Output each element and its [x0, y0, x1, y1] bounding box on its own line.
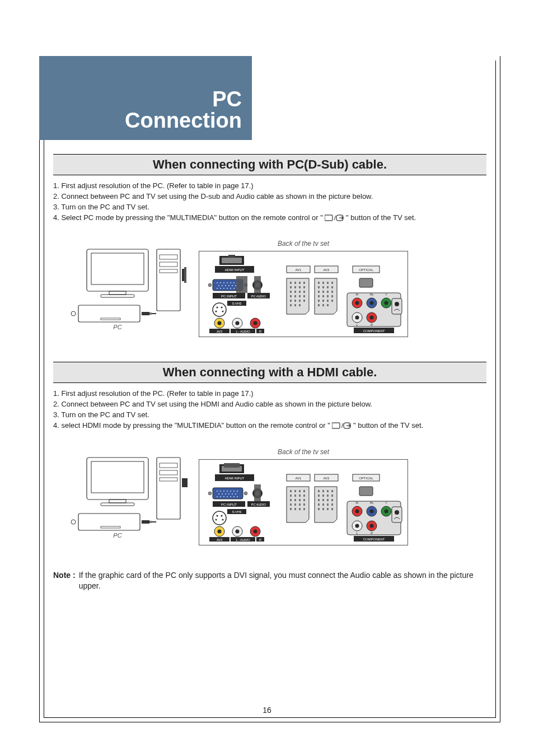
svg-text:L - AUDIO: L - AUDIO [236, 538, 251, 542]
svg-rect-171 [224, 463, 240, 468]
svg-point-68 [222, 311, 224, 312]
svg-rect-269 [331, 508, 333, 510]
svg-rect-16 [101, 318, 120, 320]
svg-rect-267 [322, 508, 324, 510]
svg-rect-99 [290, 300, 292, 302]
svg-rect-96 [294, 295, 296, 297]
tv-back-panel-1: Back of the tv set HDMI INPUT AV1 [199, 240, 408, 337]
svg-text:L: L [357, 531, 358, 535]
pc-drawing-1: PC [70, 246, 188, 330]
svg-rect-249 [303, 508, 305, 510]
svg-rect-256 [327, 494, 329, 497]
svg-rect-245 [303, 503, 305, 506]
svg-point-48 [220, 288, 221, 289]
svg-rect-164 [101, 526, 120, 528]
svg-rect-124 [327, 300, 329, 302]
svg-point-50 [227, 288, 228, 289]
svg-rect-127 [322, 304, 324, 306]
svg-point-51 [230, 288, 231, 289]
svg-point-133 [370, 301, 374, 305]
svg-point-198 [227, 496, 228, 497]
svg-rect-86 [303, 282, 305, 284]
svg-rect-263 [322, 503, 324, 506]
svg-point-183 [220, 491, 221, 492]
svg-rect-255 [322, 494, 324, 497]
svg-rect-206 [254, 484, 261, 501]
svg-rect-156 [101, 503, 134, 506]
svg-rect-266 [318, 508, 320, 510]
svg-text:S-VHS: S-VHS [232, 510, 242, 514]
svg-rect-120 [327, 295, 329, 297]
svg-point-187 [233, 491, 235, 492]
svg-point-215 [222, 519, 224, 520]
svg-rect-251 [322, 490, 324, 492]
svg-point-223 [254, 529, 257, 533]
svg-rect-158 [160, 463, 177, 468]
note-text: If the graphic card of the PC only suppo… [79, 570, 486, 592]
svg-point-212 [217, 515, 218, 516]
svg-text:OPTICAL: OPTICAL [359, 268, 373, 272]
svg-rect-247 [294, 508, 296, 510]
svg-rect-246 [290, 508, 292, 510]
svg-rect-166 [149, 521, 152, 523]
svg-point-163 [71, 520, 76, 524]
svg-point-72 [218, 321, 222, 325]
svg-point-186 [230, 491, 231, 492]
svg-text:HDMI INPUT: HDMI INPUT [225, 268, 245, 272]
tv-av-button-icon: / [332, 422, 351, 432]
svg-point-39 [233, 282, 235, 283]
svg-point-219 [218, 529, 222, 533]
svg-rect-59 [254, 276, 261, 293]
svg-rect-155 [109, 500, 126, 503]
svg-text:Pr: Pr [356, 501, 359, 505]
svg-rect-108 [327, 282, 329, 284]
svg-rect-149 [332, 423, 340, 428]
svg-rect-262 [318, 503, 320, 506]
header-line-2: Connection [125, 110, 242, 132]
svg-rect-119 [322, 295, 324, 297]
svg-text:Pb: Pb [370, 293, 373, 296]
svg-text:PC: PC [113, 532, 121, 539]
svg-rect-125 [331, 300, 333, 302]
header-block: PC Connection [39, 56, 252, 140]
svg-rect-116 [327, 291, 329, 293]
svg-text:AV3: AV3 [217, 538, 222, 542]
svg-text:Pb: Pb [370, 501, 373, 505]
svg-point-64 [213, 303, 226, 316]
svg-rect-233 [303, 490, 305, 492]
svg-point-197 [223, 496, 224, 497]
svg-point-74 [236, 321, 240, 325]
svg-text:COMPONENT: COMPONENT [363, 538, 385, 541]
svg-rect-97 [299, 295, 301, 297]
svg-rect-236 [299, 494, 301, 497]
svg-rect-0 [325, 215, 332, 221]
svg-rect-122 [318, 300, 320, 302]
svg-rect-235 [294, 494, 296, 497]
svg-point-65 [217, 307, 218, 309]
svg-point-278 [355, 524, 359, 528]
svg-text:COMPONENT: COMPONENT [363, 329, 385, 333]
svg-text:R: R [259, 330, 261, 333]
svg-rect-241 [303, 499, 305, 501]
svg-rect-112 [327, 286, 329, 288]
svg-text:/: / [334, 215, 336, 221]
svg-text:R: R [371, 531, 373, 535]
svg-rect-95 [290, 295, 292, 297]
svg-point-280 [370, 524, 374, 528]
svg-rect-87 [290, 286, 292, 288]
svg-rect-260 [327, 499, 329, 501]
svg-rect-32 [359, 278, 373, 287]
svg-text:/: / [341, 423, 343, 429]
pc-drawing-2: PC [70, 455, 188, 539]
svg-rect-105 [299, 304, 301, 306]
svg-rect-161 [182, 478, 188, 487]
svg-point-201 [237, 496, 238, 497]
svg-rect-111 [322, 286, 324, 288]
svg-rect-240 [299, 499, 301, 501]
svg-point-45 [232, 285, 233, 286]
section1-diagram: PC Back of the tv set HDMI INPUT [53, 240, 486, 337]
svg-rect-10 [160, 262, 177, 267]
svg-point-46 [235, 285, 236, 286]
svg-point-137 [355, 316, 359, 320]
svg-rect-56 [236, 276, 247, 293]
